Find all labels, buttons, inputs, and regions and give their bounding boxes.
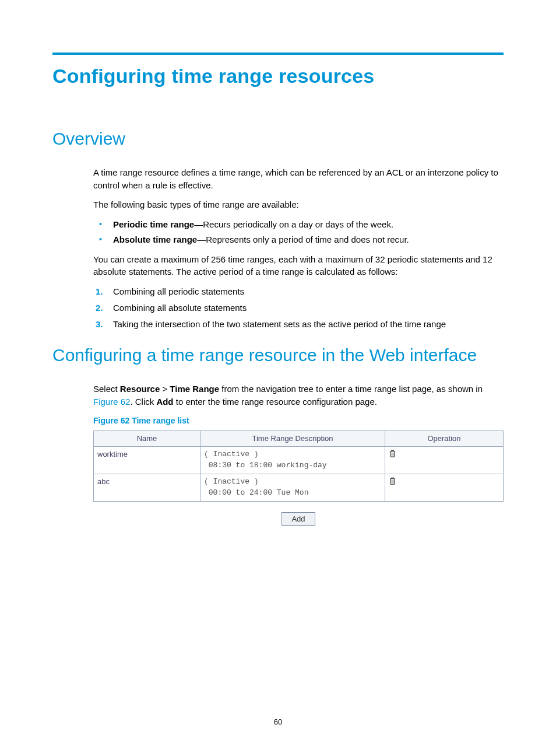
overview-p2: The following basic types of time range … — [93, 198, 504, 211]
bullet-absolute: Absolute time range—Represents only a pe… — [93, 233, 504, 246]
cell-op — [385, 474, 504, 502]
config-sentence: Select Resource > Time Range from the na… — [93, 383, 504, 408]
cell-op — [385, 447, 504, 474]
time-range-table: Name Time Range Description Operation wo… — [93, 430, 504, 502]
overview-p3: You can create a maximum of 256 time ran… — [93, 253, 504, 279]
overview-p1: A time range resource defines a time ran… — [93, 166, 504, 192]
text: . Click — [130, 397, 156, 407]
page-title: Configuring time range resources — [52, 62, 504, 90]
table-row: abc ( Inactive ) 00:00 to 24:00 Tue Mon — [94, 474, 504, 502]
th-desc: Time Range Description — [200, 430, 385, 447]
th-op: Operation — [385, 430, 504, 447]
breadcrumb-resource: Resource — [120, 384, 160, 394]
step-1: Combining all periodic statements — [93, 285, 504, 298]
step-3: Taking the intersection of the two state… — [93, 318, 504, 331]
add-bold: Add — [156, 397, 173, 407]
figure-link[interactable]: Figure 62 — [93, 397, 130, 407]
overview-steps: Combining all periodic statements Combin… — [93, 285, 504, 330]
breadcrumb-sep: > — [160, 384, 170, 394]
bullet-absolute-term: Absolute time range — [113, 235, 197, 244]
overview-heading: Overview — [52, 128, 504, 150]
top-rule — [52, 52, 504, 55]
bullet-periodic-term: Periodic time range — [113, 219, 194, 229]
add-button[interactable]: Add — [281, 512, 315, 526]
bullet-absolute-desc: —Represents only a period of time and do… — [197, 235, 409, 244]
text: Select — [93, 384, 120, 394]
bullet-periodic: Periodic time range—Recurs periodically … — [93, 218, 504, 231]
figure-caption: Figure 62 Time range list — [93, 415, 504, 426]
cell-name: worktime — [94, 447, 200, 474]
trash-icon[interactable] — [389, 478, 396, 487]
cell-desc: ( Inactive ) 00:00 to 24:00 Tue Mon — [200, 474, 385, 502]
table-row: worktime ( Inactive ) 08:30 to 18:00 wor… — [94, 447, 504, 474]
trash-icon[interactable] — [389, 451, 396, 460]
cell-name: abc — [94, 474, 200, 502]
bullet-periodic-desc: —Recurs periodically on a day or days of… — [194, 219, 393, 229]
cell-desc: ( Inactive ) 08:30 to 18:00 working-day — [200, 447, 385, 474]
text: to enter the time range resource configu… — [174, 397, 377, 407]
step-2: Combining all absolute statements — [93, 302, 504, 314]
breadcrumb-time-range: Time Range — [170, 384, 219, 394]
overview-bullets: Periodic time range—Recurs periodically … — [93, 218, 504, 246]
th-name: Name — [94, 430, 200, 447]
text: from the navigation tree to enter a time… — [219, 384, 483, 394]
config-heading: Configuring a time range resource in the… — [52, 344, 504, 366]
page-number: 60 — [0, 717, 556, 728]
